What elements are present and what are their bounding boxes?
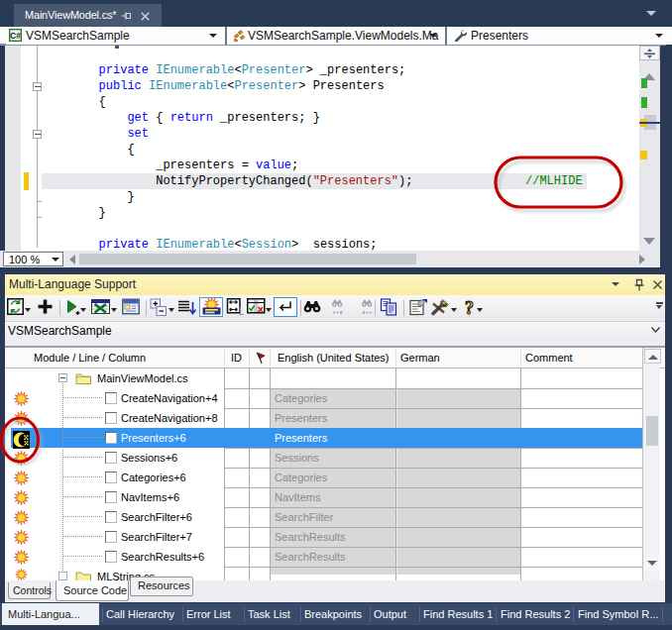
svg-text:C#: C#	[10, 31, 21, 41]
svg-text:?: ?	[465, 298, 474, 317]
